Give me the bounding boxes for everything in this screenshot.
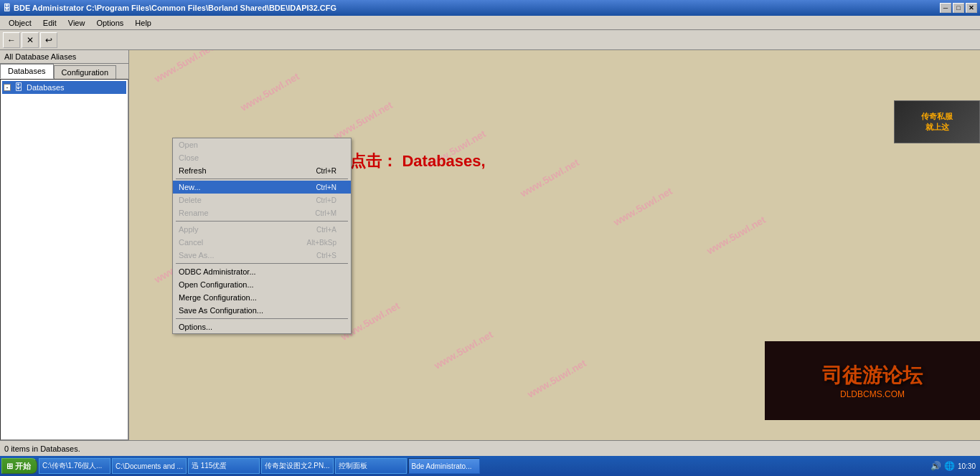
taskbar: ⊞ 开始 C:\传奇\1.76假人... C:\Documents and ..… — [0, 456, 980, 476]
start-icon: ⊞ — [6, 462, 13, 471]
ctx-cancel[interactable]: Cancel Alt+BkSp — [173, 236, 351, 249]
watermark-6: www.5uwl.net — [611, 185, 674, 228]
start-label: 开始 — [15, 461, 31, 472]
ctx-merge-config[interactable]: Merge Configuration... — [173, 291, 351, 304]
taskbar-item-0[interactable]: C:\传奇\1.76假人... — [39, 458, 110, 474]
tray-icon-2[interactable]: 🌐 — [944, 461, 955, 471]
ctx-sep-4 — [176, 318, 348, 319]
window-title: BDE Administrator C:\Program Files\Commo… — [14, 4, 336, 12]
minimize-button[interactable]: ─ — [940, 3, 951, 13]
ctx-sep-3 — [176, 263, 348, 264]
status-text: 0 items in Databases. — [4, 444, 80, 453]
tray-time: 10:30 — [958, 462, 976, 470]
brand-subtitle: DLDBCMS.COM — [840, 389, 905, 399]
menu-view[interactable]: View — [62, 17, 91, 29]
ctx-close[interactable]: Close — [173, 151, 351, 164]
database-icon: 🗄 — [13, 82, 24, 93]
main-area: All Database Aliases Databases Configura… — [0, 50, 980, 440]
tree-item-databases[interactable]: - 🗄 Databases — [2, 81, 126, 94]
ctx-open-config[interactable]: Open Configuration... — [173, 278, 351, 291]
close-button[interactable]: ✕ — [966, 3, 977, 13]
ctx-save-as[interactable]: Save As... Ctrl+S — [173, 249, 351, 262]
ctx-new[interactable]: New... Ctrl+N — [173, 181, 351, 194]
menu-help[interactable]: Help — [129, 17, 157, 29]
all-databases-label: All Database Aliases — [0, 50, 128, 64]
ctx-sep-2 — [176, 221, 348, 222]
ctx-options[interactable]: Options... — [173, 320, 351, 333]
ctx-save-as-config[interactable]: Save As Configuration... — [173, 304, 351, 317]
watermark-2: www.5uwl.net — [238, 70, 301, 113]
menu-bar: Object Edit View Options Help — [0, 16, 980, 30]
tabs: Databases Configuration — [0, 64, 128, 79]
toolbar: ← ✕ ↩ — [0, 30, 980, 50]
left-panel: All Database Aliases Databases Configura… — [0, 50, 129, 440]
taskbar-item-5[interactable]: Bde Administrato... — [408, 458, 480, 474]
ctx-sep-1 — [176, 178, 348, 179]
start-button[interactable]: ⊞ 开始 — [1, 458, 37, 474]
ctx-odbc[interactable]: ODBC Administrator... — [173, 265, 351, 278]
ctx-open[interactable]: Open — [173, 138, 351, 151]
watermark-3: www.5uwl.net — [331, 99, 395, 142]
watermark-5: www.5uwl.net — [518, 156, 581, 199]
watermark-7: www.5uwl.net — [705, 214, 768, 257]
system-tray: 🔊 🌐 10:30 — [928, 461, 979, 471]
title-bar: 🗄 BDE Administrator C:\Program Files\Com… — [0, 0, 980, 16]
menu-edit[interactable]: Edit — [37, 17, 62, 29]
maximize-button[interactable]: □ — [953, 3, 964, 13]
watermark-1: www.5uwl.net — [152, 50, 215, 85]
ctx-refresh[interactable]: Refresh Ctrl+R — [173, 164, 351, 177]
tree-view[interactable]: - 🗄 Databases — [0, 79, 128, 440]
window-controls: ─ □ ✕ — [940, 3, 977, 13]
menu-object[interactable]: Object — [3, 17, 37, 29]
ctx-apply[interactable]: Apply Ctrl+A — [173, 223, 351, 236]
tree-label-databases: Databases — [27, 83, 65, 92]
tab-databases[interactable]: Databases — [0, 64, 54, 79]
ctx-delete[interactable]: Delete Ctrl+D — [173, 194, 351, 206]
taskbar-item-1[interactable]: C:\Documents and ... — [112, 458, 187, 474]
ctx-rename[interactable]: Rename Ctrl+M — [173, 206, 351, 219]
taskbar-item-3[interactable]: 传奇架设图文2.PN... — [261, 458, 334, 474]
promo-text: 传奇私服就上这 — [921, 111, 953, 133]
right-content: www.5uwl.net www.5uwl.net www.5uwl.net w… — [129, 50, 980, 440]
brand-title: 司徒游论坛 — [822, 362, 923, 389]
promo-area: 传奇私服就上这 — [894, 100, 980, 143]
tab-configuration[interactable]: Configuration — [54, 65, 116, 79]
watermark-12: www.5uwl.net — [525, 357, 588, 400]
context-menu: Open Close Refresh Ctrl+R New... Ctrl+N … — [172, 138, 352, 334]
taskbar-item-4[interactable]: 控制面板 — [335, 458, 407, 474]
menu-options[interactable]: Options — [90, 17, 129, 29]
toolbar-refresh-button[interactable]: ↩ — [40, 32, 57, 48]
watermark-11: www.5uwl.net — [432, 328, 495, 371]
toolbar-cancel-button[interactable]: ✕ — [22, 32, 39, 48]
taskbar-item-2[interactable]: 迅 115优蛋 — [188, 458, 260, 474]
tree-expand-icon[interactable]: - — [4, 84, 11, 91]
app-icon: 🗄 — [3, 4, 11, 12]
tray-icon-1[interactable]: 🔊 — [930, 461, 941, 471]
status-bar: 0 items in Databases. — [0, 440, 980, 456]
toolbar-back-button[interactable]: ← — [3, 32, 20, 48]
title-text: 🗄 BDE Administrator C:\Program Files\Com… — [3, 4, 336, 12]
brand-area: 司徒游论坛 DLDBCMS.COM — [765, 341, 980, 420]
